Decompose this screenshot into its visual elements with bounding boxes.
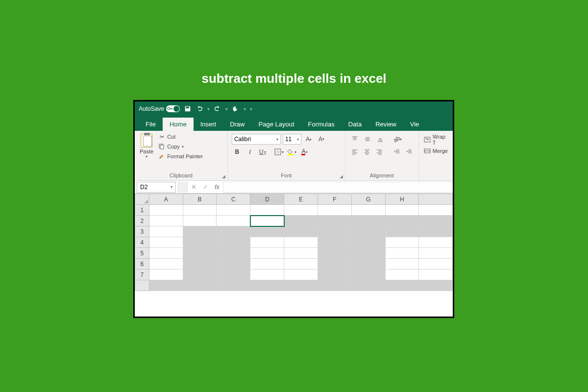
cell[interactable] [284,226,318,237]
align-center-button[interactable] [362,147,372,157]
paste-button[interactable]: Paste ▾ [138,133,155,170]
worksheet-grid[interactable]: A B C D E F G H 1 2 3 4 5 6 7 ✚ [135,194,453,291]
tab-draw[interactable]: Draw [223,118,251,131]
cell[interactable] [318,270,351,280]
cell[interactable] [217,216,250,226]
wrap-text-button[interactable]: Wrap T [424,134,448,146]
cell[interactable] [250,280,284,291]
column-header[interactable]: C [217,194,250,205]
column-header[interactable] [419,194,453,205]
cell[interactable] [284,237,318,248]
cell[interactable] [318,248,351,259]
enter-formula-button[interactable]: ✓ [199,182,211,193]
row-header[interactable]: 5 [135,248,149,259]
cell[interactable] [183,280,217,291]
cell[interactable] [419,259,453,270]
cell[interactable] [217,237,250,248]
cell[interactable] [318,205,351,216]
cell[interactable] [217,205,250,216]
cell[interactable] [284,248,318,259]
cell[interactable] [351,270,385,280]
cell[interactable] [217,270,250,280]
increase-font-button[interactable]: A▴ [303,134,314,145]
tab-insert[interactable]: Insert [194,118,223,131]
cell[interactable] [250,259,284,270]
font-color-button[interactable]: A ▾ [299,147,310,157]
row-header[interactable]: 6 [135,259,149,270]
qat-dropdown-icon[interactable]: ▾ [207,106,210,112]
cell[interactable] [318,216,351,226]
merge-button[interactable]: Merge [424,147,448,154]
qat-customize-icon[interactable]: ▾ [250,106,252,112]
touch-mouse-icon[interactable] [232,105,240,113]
undo-icon[interactable] [196,105,203,113]
cell[interactable] [385,216,419,226]
column-header[interactable]: G [351,194,385,205]
cell[interactable] [284,216,318,226]
column-header[interactable]: F [318,194,351,205]
format-painter-button[interactable]: Format Painter [157,152,204,160]
autosave-toggle[interactable]: AutoSave On [139,105,180,112]
cell[interactable] [385,248,419,259]
cell[interactable] [419,205,453,216]
cell[interactable] [318,226,351,237]
cell[interactable] [318,280,351,291]
row-header[interactable]: 2 [135,216,149,226]
align-top-button[interactable] [349,134,360,145]
cell[interactable] [149,216,183,226]
align-bottom-button[interactable] [375,134,386,145]
column-header[interactable]: A [149,194,183,205]
cell[interactable] [385,205,419,216]
cell[interactable] [351,259,385,270]
align-right-button[interactable] [374,147,385,157]
row-header[interactable]: 1 [135,205,149,216]
cell[interactable] [217,280,250,291]
column-header[interactable]: E [284,194,318,205]
row-header[interactable]: 3 [135,226,149,237]
tab-home[interactable]: Home [163,118,194,131]
align-left-button[interactable] [349,147,360,157]
cell[interactable] [419,226,453,237]
paste-dropdown-icon[interactable]: ▾ [146,154,147,159]
underline-button[interactable]: U▾ [257,147,268,157]
cancel-formula-button[interactable]: ✕ [188,182,199,193]
cell[interactable] [318,259,351,270]
cell[interactable] [419,237,453,248]
cell[interactable] [284,270,318,280]
cell[interactable] [385,259,419,270]
tab-review[interactable]: Review [368,118,403,131]
cell[interactable] [351,216,385,226]
cell[interactable] [149,205,183,216]
column-header[interactable]: D [250,194,284,205]
redo-icon[interactable] [214,105,221,113]
cell[interactable] [250,270,284,280]
cell[interactable] [217,248,250,259]
cell[interactable] [385,237,419,248]
insert-function-button[interactable]: fx [211,182,223,193]
column-header[interactable]: H [385,194,419,205]
cell[interactable] [351,248,385,259]
cell[interactable] [351,237,385,248]
font-dialog-launcher-icon[interactable]: ◢ [340,174,343,179]
tab-formulas[interactable]: Formulas [301,118,342,131]
cell[interactable] [351,280,385,291]
cell[interactable] [183,259,217,270]
cell[interactable] [149,270,183,280]
qat-dropdown-icon[interactable]: ▾ [244,106,246,112]
cell[interactable] [183,270,217,280]
cell[interactable] [351,205,385,216]
cell[interactable] [385,226,419,237]
fill-color-button[interactable]: ▾ [287,147,297,157]
cell[interactable] [250,226,284,237]
cell[interactable] [318,237,351,248]
cell[interactable] [250,248,284,259]
row-header[interactable] [135,280,149,291]
cell[interactable] [217,259,250,270]
font-name-select[interactable]: Calibri▾ [232,134,281,145]
tab-page-layout[interactable]: Page Layout [252,118,301,131]
column-header[interactable]: B [183,194,217,205]
clipboard-dialog-launcher-icon[interactable]: ◢ [222,174,225,179]
cell[interactable] [149,237,183,248]
italic-button[interactable]: I [245,147,255,157]
copy-button[interactable]: Copy ▾ [157,143,204,150]
